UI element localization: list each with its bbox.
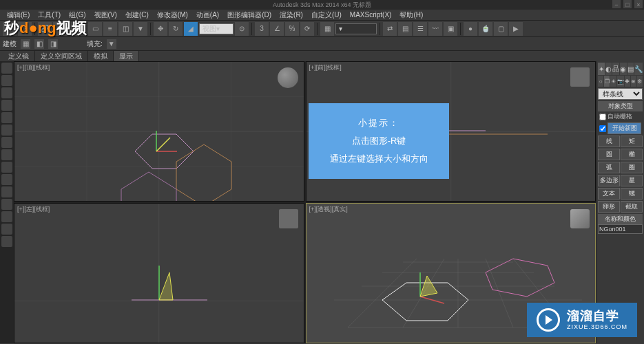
menu-group[interactable]: 组(G) xyxy=(65,10,90,20)
btn-donut[interactable]: 圈 xyxy=(621,162,643,173)
percent-snap-button[interactable]: % xyxy=(285,22,299,36)
align-button[interactable]: ▤ xyxy=(398,22,412,36)
ribbon-btn-1[interactable]: ▦ xyxy=(21,39,30,49)
viewport-perspective[interactable]: [+][透视][真实] xyxy=(306,203,596,343)
left-icon-3[interactable] xyxy=(1,87,12,98)
btn-circle[interactable]: 圆 xyxy=(598,149,620,160)
named-sel-button[interactable]: ▦ xyxy=(320,22,334,36)
btn-section[interactable]: 截取 xyxy=(621,201,643,213)
rollout-name-color-header[interactable]: 名称和颜色 xyxy=(598,214,643,224)
left-icon-10[interactable] xyxy=(1,174,12,185)
btn-egg[interactable]: 卵形 xyxy=(598,201,620,213)
viewport-front-label[interactable]: [+][前][线框] xyxy=(309,63,342,72)
undo-button[interactable]: ↶ xyxy=(3,22,17,36)
left-icon-14[interactable] xyxy=(1,224,12,235)
tab-define-space[interactable]: 定义空间区域 xyxy=(35,51,88,61)
select-button[interactable]: ▭ xyxy=(88,22,102,36)
start-new-button[interactable]: 开始新图 xyxy=(607,122,641,134)
btn-text[interactable]: 文本 xyxy=(598,188,620,200)
shape-type-combo[interactable]: 样条线 xyxy=(598,88,643,100)
schematic-button[interactable]: ▣ xyxy=(444,22,457,36)
ref-coord-combo[interactable]: 视图 ▾ xyxy=(199,23,233,34)
cp-tab-hierarchy[interactable]: 品 xyxy=(612,63,619,75)
left-icon-8[interactable] xyxy=(1,149,12,160)
viewport-left-label[interactable]: [+][左][线框] xyxy=(17,205,50,214)
btn-ellipse[interactable]: 椭 xyxy=(621,149,643,160)
rotate-button[interactable]: ↻ xyxy=(169,22,183,36)
cp-sub-systems[interactable]: ⚙ xyxy=(637,76,643,87)
btn-arc[interactable]: 弧 xyxy=(598,162,620,173)
left-icon-6[interactable] xyxy=(1,125,12,136)
viewport-left[interactable]: [+][左][线框] xyxy=(14,203,304,343)
link-button[interactable]: 🔗 xyxy=(38,22,52,36)
ribbon-btn-3[interactable]: ◨ xyxy=(48,39,58,49)
spinner-snap-button[interactable]: ⟳ xyxy=(300,22,314,36)
cp-tab-motion[interactable]: ◉ xyxy=(620,63,627,75)
fill-btn[interactable]: ▼ xyxy=(107,39,116,49)
menu-tools[interactable]: 工具(T) xyxy=(34,10,65,20)
viewport-front[interactable]: [+][前][线框] xyxy=(306,61,596,202)
left-icon-4[interactable] xyxy=(1,100,12,111)
named-sel-combo[interactable]: ▾ xyxy=(335,23,377,34)
btn-helix[interactable]: 螺 xyxy=(621,188,643,200)
left-icon-2[interactable] xyxy=(1,75,12,86)
select-name-button[interactable]: ≡ xyxy=(103,22,117,36)
viewport-top-label[interactable]: [+][顶][线框] xyxy=(17,63,50,72)
left-icon-1[interactable] xyxy=(1,63,12,74)
left-icon-12[interactable] xyxy=(1,199,12,210)
render-button[interactable]: ▶ xyxy=(509,22,523,36)
filter-button[interactable]: ▼ xyxy=(134,22,147,36)
menu-maxscript[interactable]: MAXScript(X) xyxy=(346,10,396,20)
snap-button[interactable]: 3 xyxy=(255,22,269,36)
btn-line[interactable]: 线 xyxy=(598,136,620,147)
menu-views[interactable]: 视图(V) xyxy=(90,10,121,20)
left-icon-15[interactable] xyxy=(1,236,12,247)
tab-simulate[interactable]: 模拟 xyxy=(88,51,114,61)
pivot-button[interactable]: ⊙ xyxy=(235,22,249,36)
cp-tab-modify[interactable]: ◐ xyxy=(605,63,612,75)
material-button[interactable]: ● xyxy=(464,22,477,36)
redo-button[interactable]: ↷ xyxy=(18,22,32,36)
render-frame-button[interactable]: ▢ xyxy=(494,22,508,36)
cp-sub-cameras[interactable]: 📷 xyxy=(617,76,624,87)
auto-grid-checkbox[interactable] xyxy=(599,114,606,120)
ribbon-btn-2[interactable]: ◧ xyxy=(34,39,44,49)
menu-create[interactable]: 创建(C) xyxy=(121,10,153,20)
menu-animation[interactable]: 动画(A) xyxy=(192,10,223,20)
unlink-button[interactable]: ✂ xyxy=(53,22,67,36)
rollout-object-type-header[interactable]: 对象类型 xyxy=(598,101,643,111)
left-icon-5[interactable] xyxy=(1,112,12,123)
btn-star[interactable]: 星 xyxy=(621,175,643,186)
cp-tab-utilities[interactable]: 🔧 xyxy=(634,63,643,75)
cp-sub-shapes[interactable]: ❐ xyxy=(604,76,610,87)
viewport-top[interactable]: [+][顶][线框] xyxy=(14,61,304,202)
start-new-checkbox[interactable] xyxy=(599,125,606,132)
cp-tab-display[interactable]: ▤ xyxy=(627,63,634,75)
angle-snap-button[interactable]: ∠ xyxy=(270,22,284,36)
btn-ngon[interactable]: 多边形 xyxy=(598,175,620,186)
btn-rect[interactable]: 矩 xyxy=(621,136,643,147)
menu-edit[interactable]: 编辑(E) xyxy=(3,10,34,20)
tab-define-mirror[interactable]: 定义镜 xyxy=(3,51,35,61)
select-region-button[interactable]: ◫ xyxy=(118,22,132,36)
move-button[interactable]: ✥ xyxy=(154,22,167,36)
left-icon-11[interactable] xyxy=(1,186,12,197)
curve-editor-button[interactable]: 〰 xyxy=(428,22,442,36)
scale-button[interactable]: ◢ xyxy=(184,22,198,36)
left-icon-13[interactable] xyxy=(1,211,12,222)
menu-rendering[interactable]: 渲染(R) xyxy=(276,10,307,20)
layers-button[interactable]: ☰ xyxy=(413,22,427,36)
render-setup-button[interactable]: 🍵 xyxy=(479,22,492,36)
minimize-button[interactable]: − xyxy=(612,0,621,8)
menu-modifiers[interactable]: 修改器(M) xyxy=(153,10,192,20)
tab-display[interactable]: 显示 xyxy=(114,51,139,61)
menu-help[interactable]: 帮助(H) xyxy=(395,10,427,20)
viewport-perspective-label[interactable]: [+][透视][真实] xyxy=(309,205,348,214)
cp-sub-helpers[interactable]: ✚ xyxy=(625,76,630,87)
bind-button[interactable]: ◈ xyxy=(68,22,82,36)
cp-tab-create[interactable]: ✦ xyxy=(598,63,605,75)
cp-sub-lights[interactable]: ☀ xyxy=(610,76,616,87)
cp-sub-space[interactable]: ≋ xyxy=(631,76,636,87)
menu-grapheditors[interactable]: 图形编辑器(D) xyxy=(223,10,276,20)
maximize-button[interactable]: □ xyxy=(623,0,632,8)
